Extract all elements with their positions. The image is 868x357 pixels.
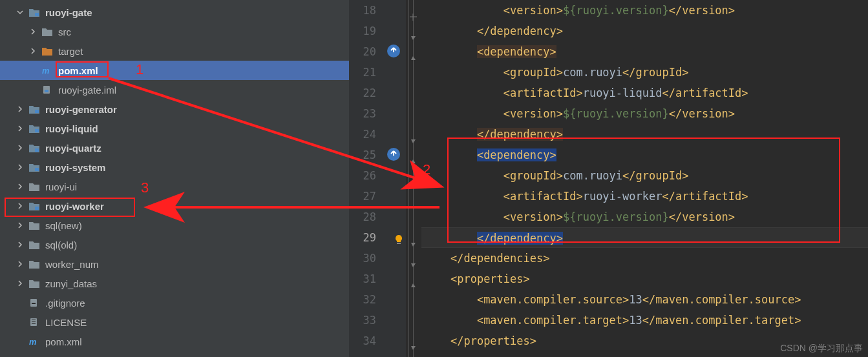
code-line[interactable]: <artifactId>ruoyi-worker</artifactId> bbox=[421, 186, 868, 207]
code-line[interactable]: <groupId>com.ruoyi</groupId> bbox=[421, 165, 868, 186]
dependency-analyzer-icon[interactable] bbox=[386, 147, 401, 161]
tree-label: ruoyi-gate bbox=[45, 7, 92, 18]
chevron-right-icon[interactable] bbox=[16, 201, 25, 210]
module-folder-icon bbox=[28, 201, 40, 211]
tree-node-ruoyi-worker[interactable]: ruoyi-worker bbox=[0, 196, 349, 216]
chevron-right-icon[interactable] bbox=[16, 182, 25, 191]
code-editor[interactable]: 18 19 20 21 22 23 24 25 26 27 28 29 30 3… bbox=[349, 0, 868, 357]
tree-label: target bbox=[58, 46, 83, 57]
code-line[interactable]: <version>${ruoyi.version}</version> bbox=[421, 0, 868, 21]
chevron-right-icon[interactable] bbox=[16, 260, 25, 269]
line-number[interactable]: 33 bbox=[349, 310, 376, 331]
tree-node-gitignore[interactable]: .gitignore bbox=[0, 293, 349, 312]
line-number[interactable]: 31 bbox=[349, 269, 376, 289]
project-tree-panel[interactable]: ruoyi-gate src target m pom.xml ruoyi-ga… bbox=[0, 0, 349, 357]
code-line[interactable]: </dependencies> bbox=[421, 248, 868, 269]
tree-label: ruoyi-ui bbox=[45, 181, 77, 192]
tree-node-ruoyi-quartz[interactable]: ruoyi-quartz bbox=[0, 138, 349, 158]
dependency-analyzer-icon[interactable] bbox=[386, 44, 401, 58]
line-number[interactable]: 20 bbox=[349, 41, 376, 62]
fold-toggle-icon[interactable] bbox=[410, 27, 417, 34]
tree-node-target[interactable]: target bbox=[0, 41, 349, 61]
code-line[interactable]: <version>${ruoyi.version}</version> bbox=[421, 207, 868, 227]
svg-rect-5 bbox=[35, 129, 39, 132]
line-number[interactable]: 22 bbox=[349, 83, 376, 103]
chevron-right-icon[interactable] bbox=[28, 27, 37, 36]
tree-node-ruoyi-generator[interactable]: ruoyi-generator bbox=[0, 99, 349, 119]
module-folder-icon bbox=[28, 7, 40, 17]
line-number-gutter[interactable]: 18 19 20 21 22 23 24 25 26 27 28 29 30 3… bbox=[349, 0, 383, 357]
fold-toggle-icon[interactable] bbox=[410, 151, 417, 158]
line-number[interactable]: 29 bbox=[349, 227, 376, 248]
chevron-right-icon[interactable] bbox=[16, 105, 25, 114]
code-line[interactable]: </dependency> bbox=[421, 227, 868, 248]
line-number[interactable]: 24 bbox=[349, 124, 376, 145]
fold-toggle-icon[interactable] bbox=[410, 337, 417, 344]
line-number[interactable]: 34 bbox=[349, 331, 376, 351]
tree-node-root-pom[interactable]: m pom.xml bbox=[0, 332, 349, 351]
folder-icon bbox=[28, 278, 40, 289]
tree-node-ruoyi-gate[interactable]: ruoyi-gate bbox=[0, 3, 349, 22]
tree-label: ruoyi-gate.iml bbox=[58, 85, 116, 96]
code-line[interactable]: <version>${ruoyi.version}</version> bbox=[421, 103, 868, 124]
tree-label: sql(new) bbox=[45, 220, 82, 231]
line-number[interactable]: 21 bbox=[349, 62, 376, 83]
tree-node-sql-old[interactable]: sql(old) bbox=[0, 235, 349, 254]
folder-icon bbox=[28, 259, 40, 269]
code-line[interactable]: <groupId>com.ruoyi</groupId> bbox=[421, 62, 868, 83]
tree-label: ruoyi-liquid bbox=[45, 123, 98, 134]
line-number[interactable]: 19 bbox=[349, 21, 376, 41]
svg-rect-6 bbox=[35, 148, 39, 152]
code-line[interactable]: <dependency> bbox=[421, 145, 868, 165]
fold-toggle-icon[interactable] bbox=[410, 6, 417, 14]
tree-node-ruoyi-system[interactable]: ruoyi-system bbox=[0, 158, 349, 177]
chevron-right-icon[interactable] bbox=[28, 46, 37, 56]
code-line[interactable]: <maven.compiler.target>13</maven.compile… bbox=[421, 310, 868, 331]
intention-bulb-icon[interactable] bbox=[394, 230, 404, 251]
chevron-right-icon[interactable] bbox=[16, 163, 25, 172]
tree-node-pom-xml-selected[interactable]: m pom.xml bbox=[0, 61, 349, 80]
tree-node-ruoyi-liquid[interactable]: ruoyi-liquid bbox=[0, 119, 349, 138]
code-line[interactable]: </dependency> bbox=[421, 21, 868, 41]
line-number[interactable]: 23 bbox=[349, 103, 376, 124]
tree-node-sql-new[interactable]: sql(new) bbox=[0, 216, 349, 235]
code-line[interactable]: <properties> bbox=[421, 269, 868, 289]
chevron-down-icon[interactable] bbox=[16, 8, 25, 17]
svg-text:m: m bbox=[29, 337, 37, 346]
tree-node-zunyi-datas[interactable]: zunyi_datas bbox=[0, 274, 349, 293]
fold-toggle-icon[interactable] bbox=[410, 130, 417, 138]
chevron-right-icon[interactable] bbox=[16, 240, 25, 249]
folder-icon bbox=[28, 220, 40, 230]
fold-column[interactable] bbox=[408, 0, 421, 357]
code-line[interactable]: <artifactId>ruoyi-liquid</artifactId> bbox=[421, 83, 868, 103]
svg-text:m: m bbox=[42, 66, 50, 75]
line-number[interactable]: 28 bbox=[349, 207, 376, 227]
line-number[interactable]: 25 bbox=[349, 145, 376, 165]
fold-toggle-icon[interactable] bbox=[410, 254, 417, 261]
tree-label: ruoyi-system bbox=[45, 162, 105, 173]
line-number[interactable]: 18 bbox=[349, 0, 376, 21]
tree-node-ruoyi-ui[interactable]: ruoyi-ui bbox=[0, 177, 349, 196]
chevron-right-icon[interactable] bbox=[16, 143, 25, 152]
fold-toggle-icon[interactable] bbox=[410, 48, 417, 55]
fold-toggle-icon[interactable] bbox=[410, 234, 417, 241]
fold-toggle-icon[interactable] bbox=[410, 275, 417, 282]
folder-icon bbox=[41, 26, 53, 37]
tree-node-src[interactable]: src bbox=[0, 22, 349, 41]
ide-window: ruoyi-gate src target m pom.xml ruoyi-ga… bbox=[0, 0, 868, 357]
code-line[interactable]: <dependency> bbox=[421, 41, 868, 62]
chevron-right-icon[interactable] bbox=[16, 221, 25, 230]
tree-label: sql(old) bbox=[45, 240, 77, 250]
line-number[interactable]: 30 bbox=[349, 248, 376, 269]
line-number[interactable]: 32 bbox=[349, 289, 376, 310]
tree-node-license[interactable]: LICENSE bbox=[0, 312, 349, 332]
tree-node-iml[interactable]: ruoyi-gate.iml bbox=[0, 80, 349, 99]
code-line[interactable]: </dependency> bbox=[421, 124, 868, 145]
line-number[interactable]: 26 bbox=[349, 165, 376, 186]
line-number[interactable]: 27 bbox=[349, 186, 376, 207]
code-line[interactable]: <maven.compiler.source>13</maven.compile… bbox=[421, 289, 868, 310]
tree-node-worker-num[interactable]: worker_num bbox=[0, 254, 349, 274]
chevron-right-icon[interactable] bbox=[16, 279, 25, 288]
code-area[interactable]: <version>${ruoyi.version}</version> </de… bbox=[421, 0, 868, 357]
chevron-right-icon[interactable] bbox=[16, 124, 25, 133]
